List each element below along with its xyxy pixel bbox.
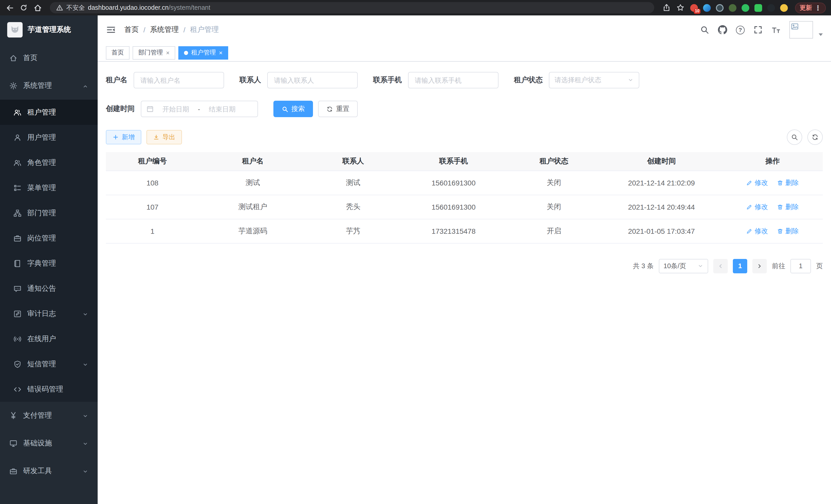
avatar-caret-icon[interactable] bbox=[819, 33, 823, 36]
sidebar-item-home[interactable]: 首页 bbox=[0, 44, 98, 72]
filter-mobile: 联系手机 bbox=[373, 72, 498, 88]
broken-image-icon bbox=[791, 23, 799, 30]
edit-link[interactable]: 修改 bbox=[746, 202, 768, 211]
date-range-picker[interactable]: - bbox=[141, 101, 258, 117]
extension-icon-7[interactable] bbox=[767, 3, 775, 12]
sidebar-item-notice[interactable]: 通知公告 bbox=[0, 276, 98, 301]
extension-icon-1[interactable]: 10 bbox=[690, 3, 698, 12]
mobile-input[interactable] bbox=[408, 72, 498, 88]
sidebar-item-post[interactable]: 岗位管理 bbox=[0, 226, 98, 251]
close-icon[interactable]: × bbox=[219, 50, 223, 56]
logo-row[interactable]: 芋道管理系统 bbox=[0, 16, 98, 44]
extension-icon-3[interactable] bbox=[715, 3, 724, 12]
sidebar-toggle-icon[interactable] bbox=[106, 25, 116, 35]
tab-dept[interactable]: 部门管理 × bbox=[133, 46, 175, 59]
table-tools bbox=[787, 129, 823, 145]
add-button[interactable]: 新增 bbox=[106, 130, 141, 144]
search-icon[interactable] bbox=[700, 25, 709, 34]
edit-label: 修改 bbox=[755, 202, 768, 211]
sidebar-item-user[interactable]: 用户管理 bbox=[0, 125, 98, 150]
fullscreen-icon[interactable] bbox=[753, 25, 763, 34]
goto-page-input[interactable] bbox=[791, 259, 811, 273]
extension-icon-2[interactable] bbox=[703, 3, 711, 12]
page-size-select[interactable]: 10条/页 bbox=[659, 259, 708, 273]
sidebar-item-online-users[interactable]: 在线用户 bbox=[0, 326, 98, 351]
contact-input[interactable] bbox=[267, 72, 358, 88]
edit-link[interactable]: 修改 bbox=[746, 178, 768, 187]
cell-created: 2021-12-14 20:49:44 bbox=[601, 195, 722, 219]
sidebar-item-sms[interactable]: 短信管理 bbox=[0, 351, 98, 377]
back-icon[interactable] bbox=[5, 3, 15, 12]
cell-status: 关闭 bbox=[507, 171, 601, 195]
chevron-down-icon bbox=[82, 440, 88, 446]
cell-id: 107 bbox=[106, 195, 199, 219]
bookmark-star-icon[interactable] bbox=[676, 3, 685, 12]
book-icon bbox=[13, 259, 22, 267]
sidebar-nav: 首页 系统管理 租户管理 用户管理 bbox=[0, 44, 98, 504]
sidebar-item-dict[interactable]: 字典管理 bbox=[0, 251, 98, 276]
close-icon[interactable]: × bbox=[166, 50, 170, 56]
edit-link[interactable]: 修改 bbox=[746, 226, 768, 236]
extension-icon-5[interactable] bbox=[741, 3, 750, 12]
toggle-search-icon[interactable] bbox=[787, 129, 802, 145]
search-button[interactable]: 搜索 bbox=[274, 101, 313, 117]
app-logo bbox=[7, 22, 23, 37]
column-header: 创建时间 bbox=[601, 152, 722, 171]
reset-button-label: 重置 bbox=[336, 104, 349, 114]
sidebar-item-dept[interactable]: 部门管理 bbox=[0, 200, 98, 226]
page-number-1[interactable]: 1 bbox=[733, 259, 747, 273]
next-page-button[interactable] bbox=[752, 259, 767, 273]
cell-contact: 芋艿 bbox=[307, 219, 400, 243]
end-date-input[interactable] bbox=[203, 105, 241, 113]
share-icon[interactable] bbox=[662, 3, 671, 12]
reset-button[interactable]: 重置 bbox=[318, 101, 358, 117]
home-icon[interactable] bbox=[33, 3, 42, 12]
update-label: 更新 bbox=[800, 3, 812, 12]
system-submenu: 租户管理 用户管理 角色管理 菜单管理 bbox=[0, 100, 98, 402]
sidebar-item-tenant[interactable]: 租户管理 bbox=[0, 100, 98, 125]
breadcrumb-system[interactable]: 系统管理 bbox=[150, 25, 179, 34]
sidebar-item-error-code[interactable]: 错误码管理 bbox=[0, 377, 98, 402]
reload-icon[interactable] bbox=[19, 3, 28, 12]
app-frame: 芋道管理系统 首页 系统管理 租户管理 bbox=[0, 16, 831, 504]
update-button[interactable]: 更新 ⋮ bbox=[795, 2, 826, 13]
github-icon[interactable] bbox=[718, 25, 727, 34]
sidebar-item-role[interactable]: 角色管理 bbox=[0, 150, 98, 175]
status-select[interactable]: 请选择租户状态 bbox=[549, 72, 639, 88]
select-placeholder: 请选择租户状态 bbox=[554, 76, 601, 85]
tab-home[interactable]: 首页 bbox=[106, 46, 130, 59]
extension-icon-8[interactable] bbox=[780, 3, 789, 12]
delete-link[interactable]: 删除 bbox=[777, 226, 799, 236]
tenant-name-input[interactable] bbox=[134, 72, 224, 88]
export-button[interactable]: 导出 bbox=[146, 130, 182, 144]
sidebar-item-label: 审计日志 bbox=[27, 309, 56, 318]
breadcrumb-home[interactable]: 首页 bbox=[124, 25, 139, 34]
more-menu-icon[interactable]: ⋮ bbox=[814, 4, 821, 11]
column-header: 租户名 bbox=[199, 152, 307, 171]
delete-link[interactable]: 删除 bbox=[777, 178, 799, 187]
sidebar-item-payment[interactable]: 支付管理 bbox=[0, 402, 98, 429]
sidebar-item-system[interactable]: 系统管理 bbox=[0, 72, 98, 100]
extension-icon-4[interactable] bbox=[728, 3, 737, 12]
sidebar-item-audit-log[interactable]: 审计日志 bbox=[0, 301, 98, 326]
cell-name: 测试租户 bbox=[199, 195, 307, 219]
breadcrumb-separator: / bbox=[143, 26, 145, 34]
help-icon[interactable]: ? bbox=[736, 25, 745, 34]
tab-tenant[interactable]: 租户管理 × bbox=[178, 46, 228, 59]
sidebar-item-infra[interactable]: 基础设施 bbox=[0, 429, 98, 457]
extension-icon-6[interactable] bbox=[754, 3, 763, 12]
address-bar[interactable]: 不安全 dashboard.yudao.iocoder.cn/system/te… bbox=[50, 2, 654, 13]
sidebar-item-dev-tools[interactable]: 研发工具 bbox=[0, 457, 98, 485]
cell-created: 2021-01-05 17:03:47 bbox=[601, 219, 722, 243]
prev-page-button[interactable] bbox=[713, 259, 728, 273]
sidebar-item-label: 研发工具 bbox=[23, 467, 52, 476]
font-size-icon[interactable] bbox=[771, 25, 781, 34]
avatar[interactable] bbox=[790, 21, 813, 38]
calendar-icon bbox=[146, 105, 154, 113]
sidebar-item-menu[interactable]: 菜单管理 bbox=[0, 175, 98, 200]
chevron-down-icon bbox=[697, 263, 704, 269]
start-date-input[interactable] bbox=[157, 105, 195, 113]
table-row: 107 测试租户 秃头 15601691300 关闭 2021-12-14 20… bbox=[106, 195, 823, 219]
refresh-icon[interactable] bbox=[807, 129, 823, 145]
delete-link[interactable]: 删除 bbox=[777, 202, 799, 211]
